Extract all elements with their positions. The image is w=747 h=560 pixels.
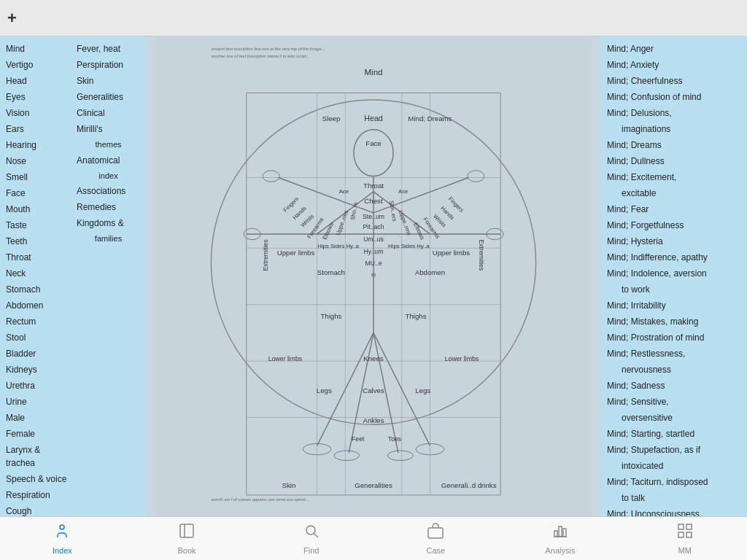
left-sidebar-item[interactable]: Male bbox=[3, 410, 72, 426]
right-sidebar-item[interactable]: Mind; Stupefaction, as if bbox=[604, 442, 744, 458]
left-sidebar-item[interactable]: Face bbox=[3, 185, 72, 201]
left-sidebar-item[interactable]: Teeth bbox=[3, 233, 72, 249]
svg-text:Ace: Ace bbox=[398, 188, 408, 195]
left-sidebar-item[interactable]: Larynx & trachea bbox=[3, 442, 72, 471]
left-sidebar-item[interactable]: Anatomical bbox=[74, 152, 143, 168]
left-sidebar-item[interactable]: Neck bbox=[3, 265, 72, 281]
left-sidebar-item[interactable]: themes bbox=[74, 137, 143, 152]
right-sidebar-item[interactable]: excitable bbox=[604, 185, 744, 201]
right-sidebar-item[interactable]: Mind; Delusions, bbox=[604, 105, 744, 121]
left-sidebar-item[interactable]: Remedies bbox=[74, 199, 143, 215]
tab-mm[interactable]: MM bbox=[622, 522, 747, 555]
mm-icon bbox=[676, 522, 694, 544]
left-sidebar-item[interactable]: Clinical bbox=[74, 105, 143, 121]
right-sidebar-item[interactable]: Mind; Unconsciousness, bbox=[604, 506, 744, 516]
left-sidebar-item[interactable]: Abdomen bbox=[3, 298, 72, 314]
svg-text:Throat: Throat bbox=[363, 182, 384, 190]
left-sidebar-item[interactable]: Mirilli's bbox=[74, 121, 143, 137]
right-sidebar-item[interactable]: Mind; Dullness bbox=[604, 153, 744, 169]
svg-text:Extremities: Extremities bbox=[478, 239, 485, 271]
svg-text:Knees: Knees bbox=[363, 354, 384, 362]
tab-index[interactable]: Index bbox=[0, 522, 125, 555]
find-icon bbox=[303, 522, 320, 544]
right-sidebar-item[interactable]: Mind; Mistakes, making bbox=[604, 314, 744, 330]
left-sidebar-item[interactable]: Vision bbox=[3, 105, 72, 121]
left-sidebar-item[interactable]: Vertigo bbox=[3, 57, 72, 73]
left-sidebar-item[interactable]: Respiration bbox=[3, 487, 72, 503]
left-sidebar-item[interactable]: Speech & voice bbox=[3, 471, 72, 487]
right-sidebar-item[interactable]: Mind; Sadness bbox=[604, 378, 744, 394]
left-sidebar-item[interactable]: Generalities bbox=[74, 89, 143, 105]
svg-rect-93 bbox=[559, 526, 562, 537]
book-icon bbox=[178, 522, 196, 544]
left-sidebar-item[interactable]: Throat bbox=[3, 249, 72, 265]
left-sidebar-item[interactable]: Taste bbox=[3, 217, 72, 233]
left-sidebar-item[interactable]: Mind bbox=[3, 41, 72, 57]
right-sidebar-item[interactable]: nervousness bbox=[604, 362, 744, 378]
svg-rect-98 bbox=[686, 532, 692, 537]
svg-text:Hips Sides Hy..a: Hips Sides Hy..a bbox=[317, 243, 359, 249]
left-sidebar-item[interactable]: Bladder bbox=[3, 346, 72, 362]
svg-text:Thighs: Thighs bbox=[320, 312, 341, 320]
right-sidebar-item[interactable]: Mind; Cheerfulness bbox=[604, 73, 744, 89]
tab-analysis[interactable]: Analysis bbox=[498, 522, 623, 555]
left-sidebar-item[interactable]: Eyes bbox=[3, 89, 72, 105]
left-sidebar-item[interactable]: Stool bbox=[3, 330, 72, 346]
left-sidebar-item[interactable]: Cough bbox=[3, 503, 72, 516]
right-sidebar-item[interactable]: Mind; Indifference, apathy bbox=[604, 249, 744, 265]
left-sidebar-item[interactable]: Kidneys bbox=[3, 362, 72, 378]
left-sidebar-item[interactable]: Urethra bbox=[3, 378, 72, 394]
right-sidebar-item[interactable]: Mind; Starting, startled bbox=[604, 426, 744, 442]
right-sidebar-item[interactable]: to talk bbox=[604, 490, 744, 506]
left-sidebar-item[interactable]: Head bbox=[3, 73, 72, 89]
right-sidebar-item[interactable]: oversensitive bbox=[604, 410, 744, 426]
tab-case[interactable]: Case bbox=[374, 522, 498, 555]
right-sidebar-item[interactable]: Mind; Forgetfulness bbox=[604, 217, 744, 233]
left-sidebar-item[interactable]: Kingdoms & bbox=[74, 215, 143, 231]
svg-text:Um..us: Um..us bbox=[363, 236, 384, 243]
svg-text:Abdomen: Abdomen bbox=[415, 268, 445, 276]
right-sidebar-item[interactable]: Mind; Restlessness, bbox=[604, 346, 744, 362]
right-sidebar-item[interactable]: Mind; Excitement, bbox=[604, 169, 744, 185]
left-sidebar-item[interactable]: Hearing bbox=[3, 137, 72, 153]
right-sidebar-item[interactable]: imaginations bbox=[604, 121, 744, 137]
vitruvian-svg: ancient text inscription line one at the… bbox=[146, 36, 601, 516]
svg-rect-95 bbox=[678, 524, 684, 529]
tab-find[interactable]: Find bbox=[249, 522, 374, 555]
right-sidebar-item[interactable]: Mind; Indolence, aversion bbox=[604, 265, 744, 281]
left-sidebar-item[interactable]: families bbox=[74, 231, 143, 246]
left-sidebar-item[interactable]: Mouth bbox=[3, 201, 72, 217]
svg-text:azm4r am f of coman appatss uv: azm4r am f of coman appatss uve omel sus… bbox=[211, 497, 309, 502]
left-sidebar-item[interactable]: Rectum bbox=[3, 314, 72, 330]
right-sidebar-item[interactable]: Mind; Fear bbox=[604, 201, 744, 217]
left-sidebar-item[interactable]: Perspiration bbox=[74, 57, 143, 73]
left-sidebar-item[interactable]: Associations bbox=[74, 183, 143, 199]
left-sidebar-item[interactable]: Ears bbox=[3, 121, 72, 137]
add-button[interactable]: + bbox=[7, 9, 17, 28]
svg-text:Skin: Skin bbox=[282, 481, 295, 489]
svg-rect-96 bbox=[686, 524, 692, 529]
left-sidebar-item[interactable]: Skin bbox=[74, 73, 143, 89]
left-sidebar-item[interactable]: Nose bbox=[3, 153, 72, 169]
svg-text:Upper limbs: Upper limbs bbox=[277, 249, 315, 257]
tab-book[interactable]: Book bbox=[125, 522, 249, 555]
right-sidebar-item[interactable]: Mind; Taciturn, indisposed bbox=[604, 474, 744, 490]
left-sidebar-item[interactable]: index bbox=[74, 168, 143, 184]
left-sidebar-item[interactable]: Female bbox=[3, 426, 72, 442]
tab-bar: IndexBookFindCaseAnalysisMM bbox=[0, 516, 747, 560]
right-sidebar-item[interactable]: to work bbox=[604, 281, 744, 298]
right-sidebar-item[interactable]: Mind; Anger bbox=[604, 41, 744, 57]
left-sidebar-item[interactable]: Fever, heat bbox=[74, 41, 143, 57]
left-sidebar-item[interactable]: Urine bbox=[3, 394, 72, 410]
right-sidebar-item[interactable]: Mind; Hysteria bbox=[604, 233, 744, 249]
right-sidebar-item[interactable]: Mind; Anxiety bbox=[604, 57, 744, 73]
left-sidebar-item[interactable]: Smell bbox=[3, 169, 72, 185]
right-sidebar-item[interactable]: Mind; Prostration of mind bbox=[604, 330, 744, 346]
left-sidebar-item[interactable]: Stomach bbox=[3, 281, 72, 298]
right-sidebar-item[interactable]: Mind; Confusion of mind bbox=[604, 89, 744, 105]
right-sidebar-item[interactable]: intoxicated bbox=[604, 458, 744, 474]
svg-text:Hips Sides Hy..a: Hips Sides Hy..a bbox=[388, 243, 430, 249]
right-sidebar-item[interactable]: Mind; Sensitive, bbox=[604, 394, 744, 410]
right-sidebar-item[interactable]: Mind; Irritability bbox=[604, 298, 744, 314]
right-sidebar-item[interactable]: Mind; Dreams bbox=[604, 137, 744, 153]
